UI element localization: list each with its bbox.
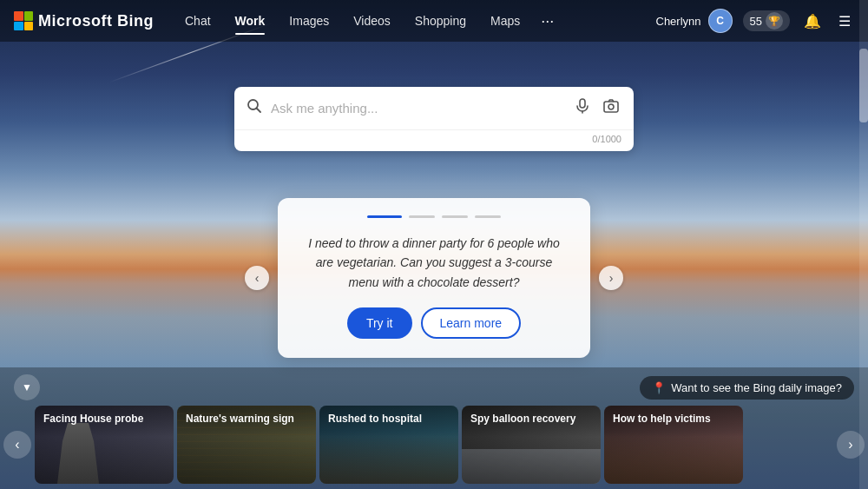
prompt-actions: Try it Learn more	[302, 307, 566, 339]
avatar[interactable]: C	[708, 9, 733, 33]
search-icon	[247, 98, 262, 118]
notifications-icon[interactable]: 🔔	[800, 10, 825, 33]
bottom-controls: ▼ 📍 Want to see the Bing daily image?	[0, 367, 868, 406]
logo-sq-red	[14, 11, 23, 21]
daily-image-button[interactable]: 📍 Want to see the Bing daily image?	[640, 376, 854, 400]
next-prompt-button[interactable]: ›	[599, 266, 623, 290]
news-card-facing-house[interactable]: Facing House probe	[35, 406, 174, 484]
hamburger-menu-icon[interactable]: ☰	[835, 10, 854, 33]
location-pin-icon: 📍	[652, 381, 666, 394]
progress-dots	[302, 215, 566, 218]
logo[interactable]: Microsoft Bing	[14, 11, 154, 30]
news-card-3-title: Rushed to hospital	[328, 413, 450, 426]
news-card-nature[interactable]: Nature's warning sign	[177, 406, 316, 484]
nav-chat[interactable]: Chat	[174, 9, 221, 33]
camera-search-icon[interactable]	[601, 96, 621, 121]
nav-videos[interactable]: Videos	[343, 9, 401, 33]
microsoft-logo	[14, 11, 33, 30]
points-badge[interactable]: 55 🏆	[743, 10, 790, 31]
logo-text: Microsoft Bing	[38, 12, 154, 30]
trophy-icon: 🏆	[766, 12, 783, 30]
dot-2	[409, 215, 435, 218]
news-card-victims[interactable]: How to help victims	[604, 406, 743, 484]
chevron-down-icon: ▼	[22, 381, 32, 393]
nav-maps[interactable]: Maps	[480, 9, 530, 33]
news-section: ‹ Facing House probe Nature's warning si…	[0, 406, 868, 484]
dot-3	[442, 215, 468, 218]
news-card-spy-balloon[interactable]: Spy balloon recovery	[462, 406, 601, 484]
points-value: 55	[750, 15, 762, 28]
dot-1	[367, 215, 402, 218]
news-card-2-title: Nature's warning sign	[186, 413, 307, 426]
svg-rect-4	[604, 102, 618, 112]
navbar: Microsoft Bing Chat Work Images Videos S…	[0, 0, 868, 42]
try-it-button[interactable]: Try it	[347, 307, 412, 339]
bottom-bar: ▼ 📍 Want to see the Bing daily image? ‹ …	[0, 367, 868, 489]
scrollbar-thumb[interactable]	[859, 49, 868, 122]
news-cards: Facing House probe Nature's warning sign…	[0, 406, 868, 484]
prompt-text: I need to throw a dinner party for 6 peo…	[302, 234, 566, 292]
dot-4	[475, 215, 501, 218]
news-card-hospital[interactable]: Rushed to hospital	[319, 406, 458, 484]
nav-work[interactable]: Work	[225, 9, 276, 33]
daily-image-label: Want to see the Bing daily image?	[671, 381, 842, 394]
search-box: 0/1000	[234, 87, 634, 151]
collapse-button[interactable]: ▼	[14, 374, 40, 400]
svg-rect-2	[580, 99, 585, 108]
search-container: 0/1000	[234, 87, 634, 151]
scrollbar[interactable]	[859, 0, 868, 489]
prev-prompt-button[interactable]: ‹	[245, 266, 269, 290]
news-card-5-title: How to help victims	[613, 413, 734, 426]
logo-sq-yellow	[24, 22, 34, 31]
char-count: 0/1000	[234, 129, 634, 151]
nav-images[interactable]: Images	[279, 9, 339, 33]
user-name: Cherlynn	[656, 15, 701, 28]
nav-right: Cherlynn C 55 🏆 🔔 ☰	[656, 9, 855, 33]
search-input[interactable]	[271, 101, 564, 116]
news-card-1-title: Facing House probe	[43, 413, 165, 426]
news-card-4-title: Spy balloon recovery	[470, 413, 592, 426]
search-input-row	[234, 87, 634, 129]
news-prev-button[interactable]: ‹	[3, 431, 31, 459]
nav-shopping[interactable]: Shopping	[404, 9, 477, 33]
svg-line-1	[257, 109, 261, 113]
logo-sq-blue	[14, 22, 23, 31]
nav-links: Chat Work Images Videos Shopping Maps ··…	[174, 9, 656, 34]
prompt-card: ‹ › I need to throw a dinner party for 6…	[278, 198, 590, 358]
user-section: Cherlynn C	[656, 9, 733, 33]
more-button[interactable]: ···	[534, 9, 561, 34]
learn-more-button[interactable]: Learn more	[421, 307, 522, 339]
logo-sq-green	[24, 11, 34, 21]
microphone-icon[interactable]	[573, 96, 592, 120]
svg-point-5	[608, 104, 614, 109]
